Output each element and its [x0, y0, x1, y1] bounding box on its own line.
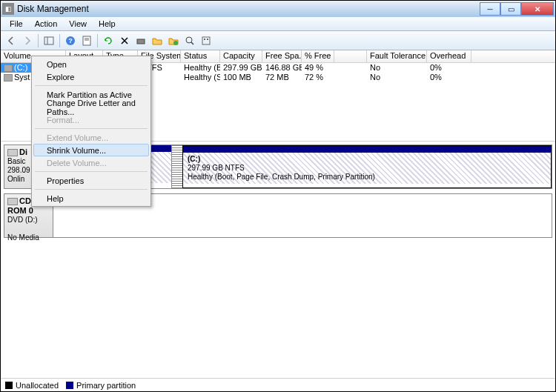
maximize-button[interactable]: ▭ — [500, 2, 521, 16]
close-button[interactable]: ✕ — [521, 2, 554, 16]
menubar: File Action View Help — [1, 17, 555, 31]
svg-point-9 — [186, 37, 192, 43]
menu-view[interactable]: View — [63, 18, 93, 30]
svg-rect-0 — [44, 37, 53, 44]
vol-name: (C:) — [14, 63, 27, 72]
svg-rect-11 — [202, 37, 210, 44]
svg-rect-7 — [137, 39, 145, 44]
ctx-shrink-volume[interactable]: Shrink Volume... — [33, 144, 149, 156]
ctx-properties[interactable]: Properties — [33, 174, 149, 187]
legend: Unallocated Primary partition — [1, 378, 555, 391]
ctx-explore[interactable]: Explore — [33, 70, 149, 83]
legend-box-unallocated — [5, 382, 13, 389]
disk-name: Di — [19, 147, 27, 156]
legend-primary: Primary partition — [66, 381, 136, 390]
col-fault[interactable]: Fault Tolerance — [367, 50, 427, 62]
disk-type: Basic — [7, 157, 25, 165]
svg-text:?: ? — [68, 37, 73, 44]
svg-rect-12 — [204, 39, 205, 40]
col-status[interactable]: Status — [181, 50, 220, 62]
refresh-button[interactable] — [101, 33, 116, 48]
folder1-icon[interactable] — [150, 33, 165, 48]
cdrom-icon — [7, 198, 18, 205]
vol-name: Syst — [14, 73, 30, 82]
col-capacity[interactable]: Capacity — [220, 50, 262, 62]
toolbar: ? — [1, 31, 555, 50]
titlebar[interactable]: ◧ Disk Management ─ ▭ ✕ — [1, 1, 555, 17]
disk-status: Onlin — [7, 175, 24, 183]
splitter[interactable] — [172, 145, 182, 188]
minimize-button[interactable]: ─ — [480, 2, 500, 16]
cdrom-drive: DVD (D:) — [7, 216, 38, 224]
ctx-help[interactable]: Help — [33, 192, 149, 205]
ctx-change-letter[interactable]: Change Drive Letter and Paths... — [33, 101, 149, 113]
partition-size: 297.99 GB NTFS — [188, 164, 245, 172]
drive-icon — [4, 74, 13, 82]
back-button[interactable] — [4, 33, 19, 48]
legend-box-primary — [66, 382, 73, 389]
window-title: Disk Management — [17, 4, 480, 14]
folder2-icon[interactable] — [166, 33, 181, 48]
show-hide-button[interactable] — [42, 33, 56, 48]
format-icon[interactable] — [133, 33, 148, 48]
col-overhead[interactable]: Overhead — [427, 50, 471, 62]
app-icon: ◧ — [2, 3, 14, 15]
settings-icon[interactable] — [199, 33, 214, 48]
help-button[interactable]: ? — [63, 33, 78, 48]
svg-point-8 — [173, 41, 178, 45]
partition-status: Healthy (Boot, Page File, Crash Dump, Pr… — [188, 173, 375, 181]
ctx-extend-volume: Extend Volume... — [33, 131, 149, 144]
col-freespace[interactable]: Free Spa... — [262, 50, 302, 62]
menu-help[interactable]: Help — [93, 18, 122, 30]
context-menu: Open Explore Mark Partition as Active Ch… — [31, 56, 151, 207]
svg-rect-13 — [207, 39, 208, 40]
ctx-open[interactable]: Open — [33, 58, 149, 70]
disk-size: 298.09 — [7, 166, 30, 174]
partition-name: (C:) — [188, 155, 200, 163]
cdrom-status: No Media — [7, 233, 39, 242]
svg-rect-4 — [83, 36, 90, 45]
disk-icon — [7, 149, 18, 156]
search-icon[interactable] — [182, 33, 197, 48]
legend-unallocated: Unallocated — [5, 381, 59, 390]
col-empty[interactable] — [334, 50, 367, 62]
ctx-delete-volume: Delete Volume... — [33, 156, 149, 169]
menu-file[interactable]: File — [4, 18, 29, 30]
drive-icon — [4, 64, 13, 72]
forward-button[interactable] — [20, 33, 35, 48]
col-pctfree[interactable]: % Free — [302, 50, 334, 62]
partition-c[interactable]: (C:) 297.99 GB NTFS Healthy (Boot, Page … — [182, 145, 552, 188]
menu-action[interactable]: Action — [29, 18, 64, 30]
properties-button[interactable] — [79, 33, 94, 48]
col-last[interactable] — [471, 50, 555, 62]
svg-line-10 — [191, 42, 193, 44]
delete-icon[interactable] — [117, 33, 132, 48]
